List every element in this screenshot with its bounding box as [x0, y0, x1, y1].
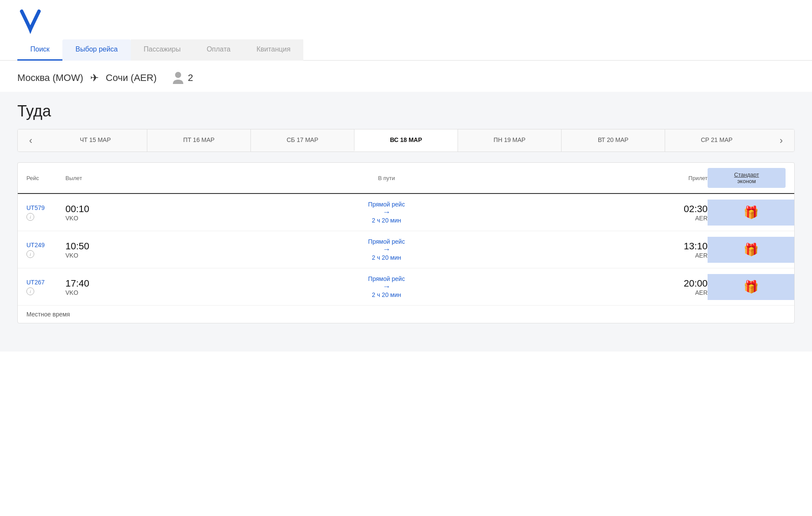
next-date-button[interactable]: ›	[768, 129, 794, 152]
arrival-col-2: 20:00 AER	[656, 278, 708, 296]
date-fri16[interactable]: ПТ 16 МАР	[147, 129, 250, 152]
price-col-2[interactable]: 🎁	[708, 274, 794, 300]
flight-number-ut267[interactable]: UT267	[26, 279, 45, 286]
dep-time-1: 10:50	[65, 241, 117, 252]
dep-airport-2: VKO	[65, 289, 117, 296]
col-arrival-label: Прилет	[656, 175, 708, 181]
flight-row: UT249 i 10:50 VKO Прямой рейс → 2 ч 20 м…	[18, 231, 794, 268]
direct-arrow-0: →	[117, 208, 656, 217]
tab-passengers[interactable]: Пассажиры	[131, 39, 194, 61]
passenger-info: 2	[172, 71, 193, 85]
direct-label-0: Прямой рейс	[117, 201, 656, 208]
table-header: Рейс Вылет В пути Прилет Стандарт эконом	[18, 163, 794, 194]
flight-info-2: Прямой рейс → 2 ч 20 мин	[117, 275, 656, 298]
duration-1: 2 ч 20 мин	[117, 254, 656, 261]
flight-id-col: UT249 i	[26, 241, 65, 258]
route-bar: Москва (MOW) ✈ Сочи (AER) 2	[0, 61, 812, 92]
date-mon19[interactable]: ПН 19 МАР	[458, 129, 561, 152]
info-icon-ut579[interactable]: i	[26, 213, 34, 221]
direct-arrow-2: →	[117, 282, 656, 291]
flight-info-1: Прямой рейс → 2 ч 20 мин	[117, 238, 656, 261]
direct-label-1: Прямой рейс	[117, 238, 656, 245]
flight-number-ut579[interactable]: UT579	[26, 204, 45, 211]
departure-col: 17:40 VKO	[65, 278, 117, 296]
info-icon-ut249[interactable]: i	[26, 250, 34, 258]
direction-title: Туда	[17, 102, 795, 120]
passenger-icon	[172, 71, 184, 85]
arr-airport-1: AER	[656, 252, 708, 259]
arr-airport-2: AER	[656, 289, 708, 296]
dep-time-2: 17:40	[65, 278, 117, 289]
nav-tabs: Поиск Выбор рейса Пассажиры Оплата Квита…	[0, 39, 812, 61]
arrival-col-1: 13:10 AER	[656, 241, 708, 259]
date-sun18[interactable]: ВС 18 МАР	[354, 129, 458, 152]
passenger-count: 2	[188, 72, 193, 84]
gift-icon-0[interactable]: 🎁	[744, 205, 759, 219]
tariff-line1: Стандарт	[713, 171, 780, 178]
header	[0, 0, 812, 39]
tab-payment[interactable]: Оплата	[194, 39, 244, 61]
direct-label-2: Прямой рейс	[117, 275, 656, 282]
date-nav: ‹ ЧТ 15 МАР ПТ 16 МАР СБ 17 МАР ВС 18 МА…	[17, 129, 795, 152]
arr-time-0: 02:30	[656, 203, 708, 215]
gift-icon-1[interactable]: 🎁	[744, 242, 759, 257]
departure-col: 10:50 VKO	[65, 241, 117, 259]
local-time-note: Местное время	[18, 306, 794, 323]
svg-point-0	[175, 72, 181, 78]
tab-receipt[interactable]: Квитанция	[244, 39, 303, 61]
destination-label: Сочи (AER)	[106, 72, 156, 84]
direct-arrow-1: →	[117, 245, 656, 254]
tab-search[interactable]: Поиск	[17, 39, 62, 61]
date-wed21[interactable]: СР 21 МАР	[665, 129, 768, 152]
dep-airport-0: VKO	[65, 215, 117, 222]
dep-time-0: 00:10	[65, 203, 117, 215]
duration-0: 2 ч 20 мин	[117, 217, 656, 224]
arr-time-2: 20:00	[656, 278, 708, 289]
price-col-0[interactable]: 🎁	[708, 200, 794, 226]
route-arrow-icon: ✈	[90, 72, 99, 84]
col-tariff-label: Стандарт эконом	[708, 168, 786, 188]
tariff-line2: эконом	[713, 178, 780, 184]
col-inflight-label: В пути	[117, 175, 656, 181]
flight-row: UT267 i 17:40 VKO Прямой рейс → 2 ч 20 м…	[18, 268, 794, 306]
date-sat17[interactable]: СБ 17 МАР	[250, 129, 354, 152]
flights-table: Рейс Вылет В пути Прилет Стандарт эконом…	[17, 162, 795, 323]
flight-id-col: UT579 i	[26, 204, 65, 221]
col-departure-label: Вылет	[65, 175, 117, 181]
date-thu15[interactable]: ЧТ 15 МАР	[44, 129, 147, 152]
prev-date-button[interactable]: ‹	[18, 129, 44, 152]
dep-airport-1: VKO	[65, 252, 117, 259]
logo	[17, 8, 43, 34]
arrival-col-0: 02:30 AER	[656, 203, 708, 222]
flight-info-0: Прямой рейс → 2 ч 20 мин	[117, 201, 656, 224]
arr-airport-0: AER	[656, 215, 708, 222]
date-tue20[interactable]: ВТ 20 МАР	[561, 129, 665, 152]
gift-icon-2[interactable]: 🎁	[744, 280, 759, 294]
flight-row: UT579 i 00:10 VKO Прямой рейс → 2 ч 20 м…	[18, 194, 794, 231]
arr-time-1: 13:10	[656, 241, 708, 252]
col-flight-label: Рейс	[26, 175, 65, 181]
main-content: Туда ‹ ЧТ 15 МАР ПТ 16 МАР СБ 17 МАР ВС …	[0, 92, 812, 352]
origin-label: Москва (MOW)	[17, 72, 83, 84]
duration-2: 2 ч 20 мин	[117, 291, 656, 298]
tab-select-flight[interactable]: Выбор рейса	[62, 39, 130, 61]
departure-col: 00:10 VKO	[65, 203, 117, 222]
flight-number-ut249[interactable]: UT249	[26, 242, 45, 248]
price-col-1[interactable]: 🎁	[708, 237, 794, 263]
info-icon-ut267[interactable]: i	[26, 287, 34, 295]
flight-id-col: UT267 i	[26, 278, 65, 295]
